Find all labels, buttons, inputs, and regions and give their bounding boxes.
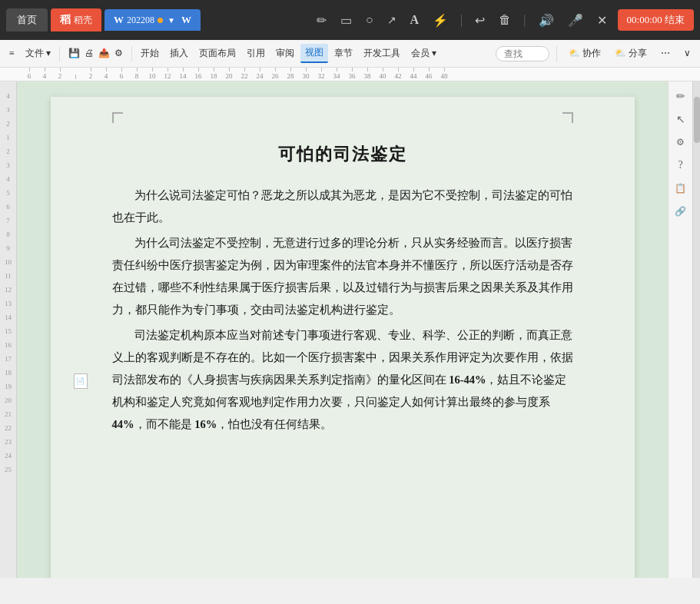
ruler-mark: 36 [344,68,360,80]
file-menu[interactable]: 文件 ▾ [21,45,55,62]
ruler-mark: 42 [390,68,406,80]
line-num: 4 [0,89,16,103]
menu-member[interactable]: 会员 ▾ [406,45,441,62]
cursor-icon[interactable]: ↖ [672,111,689,128]
left-sidebar: 4 3 2 1 2 3 4 5 6 7 8 9 10 11 12 13 14 1… [0,81,17,578]
clipboard-icon[interactable]: 📋 [672,180,689,197]
doc-icon: W [114,14,124,26]
close-icon[interactable]: ✕ [594,10,610,31]
line-num: 2 [0,117,16,131]
circle-tool-icon[interactable]: ○ [363,10,377,30]
share-btn[interactable]: ⛅ 分享 [610,45,652,62]
ruler-mark: 4 [37,68,52,80]
doc-extra: ▼ [168,16,175,25]
collab-btn[interactable]: ⛅ 协作 [564,45,605,62]
line-num: 9 [0,241,16,255]
settings-icon[interactable]: ⚙ [114,48,123,59]
arrow-tool-icon[interactable]: ↗ [384,11,400,30]
sep-file [59,46,60,61]
ruler-mark: 46 [421,68,436,80]
more-btn[interactable]: ⋯ [656,45,675,61]
highlight-tool-icon[interactable]: ⚡ [430,10,451,31]
save-icon[interactable]: 💾 [68,48,80,59]
ruler: 6 4 2 2 4 6 8 10 12 14 16 18 20 22 24 26… [0,68,700,81]
tab-wps[interactable]: 稻 稻壳 [51,8,101,32]
timer-button[interactable]: 00:00:00 结束 [618,9,694,31]
document-title: 可怕的司法鉴定 [112,143,573,166]
line-num: 13 [0,297,16,310]
line-num: 3 [0,158,16,172]
unsaved-dot [158,18,163,23]
settings-tool-icon[interactable]: ⚙ [672,134,689,151]
document-area[interactable]: 可怕的司法鉴定 为什么说司法鉴定可怕？恶龙之所以成其为恶龙，是因为它不受控制，司… [17,81,668,578]
line-num: 15 [0,324,16,338]
line-num: 21 [0,407,16,421]
top-bar-icons: ✏ ▭ ○ ↗ A ⚡ | ↩ 🗑 | 🔊 🎤 ✕ 00:00:00 结束 [314,9,694,31]
home-label: 首页 [17,13,37,27]
ruler-mark: 22 [237,68,252,80]
wps-label: 稻壳 [74,14,92,27]
line-num: 8 [0,227,16,241]
corner-tr [562,112,573,123]
print-icon[interactable]: 🖨 [85,48,94,59]
menu-insert[interactable]: 插入 [165,45,193,62]
sep2: | [523,13,526,27]
export-icon[interactable]: 📤 [98,48,110,59]
scrollbar[interactable] [692,81,700,578]
menu-ref[interactable]: 引用 [242,45,270,62]
menu-section[interactable]: 章节 [330,45,357,62]
pen-tool-icon[interactable]: ✏ [314,10,330,31]
menu-dev[interactable]: 开发工具 [359,45,405,62]
rect-tool-icon[interactable]: ▭ [337,10,355,31]
ruler-mark: 20 [221,68,237,80]
line-num: 5 [0,186,16,200]
tab-doc[interactable]: W 202208 ▼ W [105,9,201,31]
line-num: 7 [0,214,16,227]
toolbar-icons-group[interactable]: 💾 🖨 📤 ⚙ [64,45,128,61]
menu-icon[interactable]: ≡ [5,45,19,61]
search-input[interactable] [496,46,549,61]
menu-review[interactable]: 审阅 [271,45,299,62]
scroll-thumb[interactable] [694,97,700,143]
menu-layout[interactable]: 页面布局 [194,45,241,62]
ruler-mark: 48 [436,68,452,80]
corner-tl [112,112,123,123]
ruler-mark: 44 [406,68,421,80]
help-icon[interactable]: ? [672,157,689,174]
edit-tool-icon[interactable]: ✏ [672,88,689,105]
paragraph-2: 为什么司法鉴定不受控制，无意进行过多的理论分析，只从实务经验而言。以医疗损害责任… [112,232,573,321]
sep1: | [460,13,463,27]
ruler-mark: 4 [98,68,114,80]
speaker-icon[interactable]: 🔊 [536,10,557,31]
text-tool-icon[interactable]: A [407,10,423,30]
line-num: 4 [0,172,16,186]
line-num: 3 [0,103,16,117]
wps-icon: 稻 [60,13,71,27]
link-icon[interactable]: 🔗 [672,203,689,220]
line-num: 12 [0,283,16,297]
ruler-mark: 26 [267,68,283,80]
ruler-mark: 10 [144,68,160,80]
ruler-mark: 6 [22,68,37,80]
ruler-mark: 40 [375,68,390,80]
mic-icon[interactable]: 🎤 [565,10,586,31]
line-num: 23 [0,435,16,449]
ruler-mark: 32 [314,68,329,80]
sep2 [131,46,132,61]
toolbar-search: ⛅ 协作 ⛅ 分享 ⋯ ∨ [496,45,695,62]
tab-home[interactable]: 首页 [6,8,48,32]
line-num: 11 [0,269,16,283]
expand-btn[interactable]: ∨ [679,45,695,61]
delete-icon[interactable]: 🗑 [496,10,514,30]
menu-start[interactable]: 开始 [136,45,164,62]
ruler-mark: 8 [129,68,144,80]
ruler-mark: 2 [52,68,68,80]
menu-view[interactable]: 视图 [300,44,328,63]
toolbar-area: ≡ 文件 ▾ 💾 🖨 📤 ⚙ 开始 插入 页面布局 引用 审阅 视图 章节 开发… [0,40,700,68]
line-num: 16 [0,338,16,352]
ruler-marks: 6 4 2 2 4 6 8 10 12 14 16 18 20 22 24 26… [22,68,452,81]
undo-icon[interactable]: ↩ [472,10,488,31]
line-num: 14 [0,310,16,324]
line-num: 22 [0,421,16,435]
ruler-mark: 24 [252,68,267,80]
